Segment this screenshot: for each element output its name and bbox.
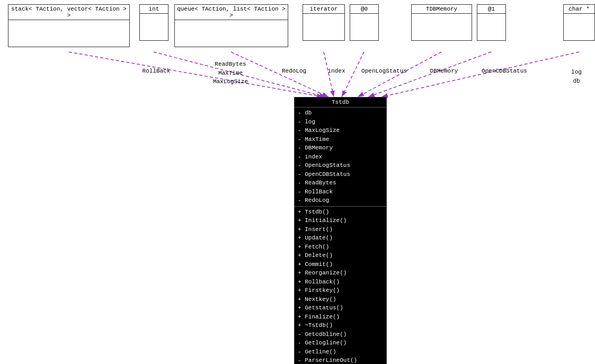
label-openlogstatus: OpenLogStatus	[355, 68, 413, 74]
method-commit: + Commit()	[298, 260, 383, 269]
box-int: int	[139, 4, 168, 41]
method-update: + Update()	[298, 234, 383, 243]
box-tdbmemory-title: TDBMemory	[412, 5, 472, 14]
label-logdb: logdb	[566, 68, 587, 85]
method-nextkey: + Nextkey()	[298, 295, 383, 304]
svg-line-7	[368, 52, 491, 97]
label-opencdbstatus: OpenCDBStatus	[475, 68, 534, 74]
box-queue-body	[175, 20, 288, 47]
box-iterator-title: iterator	[303, 5, 344, 14]
tstdb-attributes: - db - log - MaxLogSize - MaxTime - DBMe…	[295, 108, 386, 207]
box-int-body	[140, 14, 168, 40]
method-reorganize: + Reorganize()	[298, 269, 383, 278]
attr-log: - log	[298, 118, 383, 127]
method-finalize: + Finalize()	[298, 313, 383, 322]
box-at0: @0	[350, 4, 379, 41]
method-fetch: + Fetch()	[298, 243, 383, 252]
label-rollback: RollBack	[135, 68, 177, 74]
tstdb-title: Tstdb	[295, 97, 386, 108]
box-queue-title: queue< TAction, list< TAction > >	[175, 5, 288, 20]
box-iterator-body	[303, 14, 344, 40]
method-rollback: + Rollback()	[298, 278, 383, 287]
box-at1: @1	[477, 4, 506, 41]
attr-dbmemory: - DBMemory	[298, 144, 383, 153]
box-at0-body	[350, 14, 378, 40]
box-charptr-body	[564, 14, 594, 40]
attr-openlogstatus: - OpenLogStatus	[298, 161, 383, 170]
attr-db: - db	[298, 109, 383, 118]
box-tdbmemory-body	[412, 14, 472, 40]
box-at1-body	[477, 14, 505, 40]
attr-opencdbstatus: - OpenCDBStatus	[298, 170, 383, 179]
box-at0-title: @0	[350, 5, 378, 14]
box-charptr-title: char *	[564, 5, 594, 14]
svg-line-5	[342, 52, 364, 97]
method-tstdb: + Tstdb()	[298, 208, 383, 217]
method-insert: + Insert()	[298, 225, 383, 234]
svg-line-8	[381, 52, 579, 97]
method-getcdbline: - Getcdbline()	[298, 330, 383, 339]
box-queue: queue< TAction, list< TAction > >	[174, 4, 288, 47]
svg-line-1	[69, 52, 323, 97]
attr-redolog: - RedoLog	[298, 196, 383, 205]
method-destructor: + ~Tstdb()	[298, 321, 383, 330]
box-stack-body	[8, 20, 129, 47]
box-iterator: iterator	[303, 4, 345, 41]
box-stack: stack< TAction, vector< TAction > >	[8, 4, 130, 47]
method-firstkey: + Firstkey()	[298, 286, 383, 295]
label-index: index	[323, 68, 350, 74]
method-getlogline: - Getlogline()	[298, 339, 383, 348]
label-dbmemory: DBMemory	[420, 68, 468, 74]
label-redolog: RedoLog	[276, 68, 313, 74]
method-parserlineout: - ParserLineOut()	[298, 356, 383, 364]
tstdb-class-box: Tstdb - db - log - MaxLogSize - MaxTime …	[294, 97, 387, 364]
box-int-title: int	[140, 5, 168, 14]
diagram-container: stack< TAction, vector< TAction > > int …	[0, 0, 595, 364]
method-getstatus: + Getstatus()	[298, 304, 383, 313]
attr-maxlogsize: - MaxLogSize	[298, 126, 383, 135]
svg-line-6	[358, 52, 441, 97]
method-delete: + Delete()	[298, 251, 383, 260]
svg-line-4	[324, 52, 334, 97]
box-charptr: char *	[563, 4, 595, 41]
attr-index: - index	[298, 153, 383, 162]
box-stack-title: stack< TAction, vector< TAction > >	[8, 5, 129, 20]
method-getline: - Getline()	[298, 348, 383, 357]
attr-maxtime: - MaxTime	[298, 135, 383, 144]
attr-rollback: - RollBack	[298, 188, 383, 197]
label-readbytes: ReadBytesMaxTimeMaxLogSize	[204, 60, 257, 86]
box-tdbmemory: TDBMemory	[411, 4, 472, 41]
method-initialize: + Initialize()	[298, 216, 383, 225]
attr-readbytes: - ReadBytes	[298, 179, 383, 188]
box-at1-title: @1	[477, 5, 505, 14]
tstdb-methods: + Tstdb() + Initialize() + Insert() + Up…	[295, 207, 386, 365]
